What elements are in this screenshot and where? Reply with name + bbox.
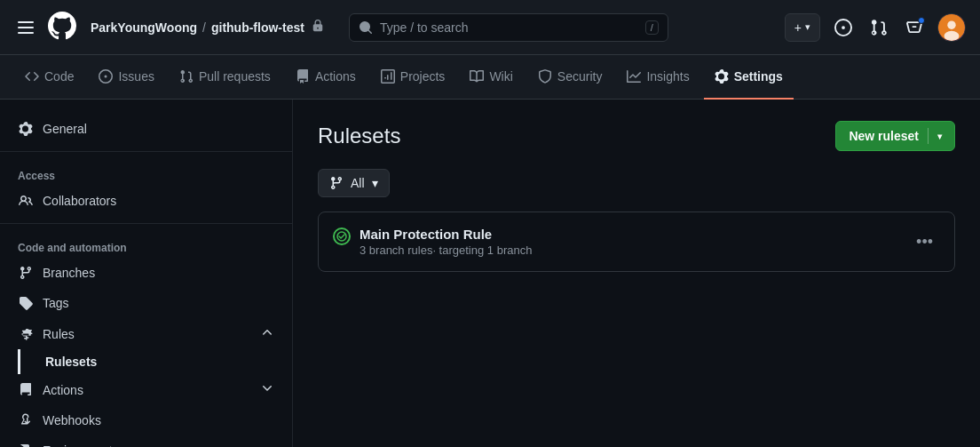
sidebar-item-webhooks-label: Webhooks (43, 413, 101, 427)
new-ruleset-button-label: New ruleset (849, 129, 919, 143)
tag-icon (18, 295, 34, 311)
tab-pullrequests[interactable]: Pull requests (169, 55, 281, 100)
page-title: Rulesets (318, 124, 400, 148)
tab-insights[interactable]: Insights (616, 55, 699, 100)
sidebar-item-rules[interactable]: Rules (0, 318, 292, 349)
sidebar-item-rules-label: Rules (43, 327, 75, 341)
actions-expandable-left: Actions (18, 382, 83, 398)
main-layout: General Access Collaborators Code and au… (0, 100, 980, 447)
pullreq-nav-icon[interactable] (866, 15, 891, 40)
tab-projects[interactable]: Projects (370, 55, 456, 100)
search-shortcut: / (645, 20, 659, 35)
divider-2 (0, 223, 292, 224)
search-placeholder: Type / to search (380, 20, 469, 35)
new-ruleset-button[interactable]: New ruleset ▾ (835, 121, 955, 151)
ruleset-name: Main Protection Rule (360, 227, 532, 242)
all-filter-label: All (351, 176, 365, 190)
actions-icon (18, 382, 34, 398)
sidebar-section-access: Access (0, 159, 292, 186)
filter-bar: All ▾ (318, 169, 955, 197)
chevron-down-icon (260, 381, 274, 398)
ruleset-card-left: Main Protection Rule 3 branch rules· tar… (333, 227, 532, 257)
all-filter-caret: ▾ (372, 176, 378, 190)
branch-icon (18, 265, 34, 281)
tab-projects-label: Projects (400, 69, 446, 84)
breadcrumb: ParkYoungWoong / github-flow-test (91, 20, 324, 35)
inbox-dot (918, 17, 925, 24)
new-ruleset-btn-sep (928, 128, 929, 144)
sidebar-item-general[interactable]: General (0, 114, 292, 144)
sidebar-item-general-label: General (43, 122, 87, 136)
tab-issues[interactable]: Issues (88, 55, 164, 100)
svg-point-5 (944, 30, 960, 40)
sidebar-item-environments-label: Environments (43, 443, 119, 447)
sidebar-section-code: Code and automation (0, 231, 292, 258)
avatar[interactable] (937, 13, 966, 42)
breadcrumb-sep: / (202, 20, 206, 35)
sidebar-item-tags-label: Tags (43, 296, 69, 310)
new-button-caret: ▾ (805, 21, 810, 33)
nav-actions: + ▾ (785, 13, 966, 42)
tab-settings-label: Settings (734, 69, 783, 84)
sidebar: General Access Collaborators Code and au… (0, 100, 293, 447)
rules-icon (18, 326, 34, 342)
inbox-nav-icon[interactable] (902, 15, 927, 40)
tab-security[interactable]: Security (527, 55, 613, 100)
sidebar-item-environments[interactable]: Environments (0, 435, 292, 447)
webhook-icon (18, 412, 34, 428)
issues-nav-icon[interactable] (831, 15, 856, 40)
sidebar-subitem-rulesets[interactable]: Rulesets (18, 349, 292, 374)
svg-point-4 (947, 20, 955, 28)
rules-expandable-left: Rules (18, 326, 75, 342)
svg-rect-1 (18, 27, 34, 28)
main-content: Rulesets New ruleset ▾ All ▾ (293, 100, 980, 447)
svg-rect-2 (18, 32, 34, 34)
tab-actions-label: Actions (315, 69, 356, 84)
ruleset-card[interactable]: Main Protection Rule 3 branch rules· tar… (318, 212, 955, 272)
sidebar-item-tags[interactable]: Tags (0, 288, 292, 318)
new-button[interactable]: + ▾ (785, 13, 820, 42)
new-button-label: + (794, 20, 802, 35)
sidebar-item-collaborators-label: Collaborators (43, 194, 116, 208)
tab-wiki-label: Wiki (489, 69, 512, 84)
all-filter-dropdown[interactable]: All ▾ (318, 169, 390, 197)
tab-actions[interactable]: Actions (285, 55, 367, 100)
svg-rect-0 (18, 21, 34, 23)
sidebar-subitem-rulesets-label: Rulesets (45, 355, 97, 369)
people-icon (18, 193, 34, 209)
ruleset-more-button[interactable]: ••• (909, 230, 940, 253)
new-ruleset-btn-caret: ▾ (937, 132, 942, 141)
gear-icon (18, 121, 34, 137)
environments-icon (18, 443, 34, 447)
rules-subitems: Rulesets (0, 349, 292, 374)
github-logo[interactable] (48, 12, 76, 43)
hamburger-menu[interactable] (14, 16, 37, 39)
repo-name[interactable]: github-flow-test (211, 20, 304, 35)
tab-settings[interactable]: Settings (704, 55, 794, 100)
sidebar-item-branches[interactable]: Branches (0, 258, 292, 288)
repo-nav: Code Issues Pull requests Actions Projec… (0, 55, 980, 100)
tab-code-label: Code (44, 69, 74, 84)
tab-code[interactable]: Code (14, 55, 84, 100)
username[interactable]: ParkYoungWoong (91, 20, 197, 35)
divider-1 (0, 151, 292, 152)
rulesets-subitem-container: Rulesets (18, 349, 292, 374)
tab-security-label: Security (557, 69, 603, 84)
top-nav: ParkYoungWoong / github-flow-test Type /… (0, 0, 980, 55)
search-bar[interactable]: Type / to search / (349, 13, 668, 42)
sidebar-item-webhooks[interactable]: Webhooks (0, 405, 292, 435)
sidebar-item-collaborators[interactable]: Collaborators (0, 186, 292, 216)
lock-icon (312, 20, 324, 35)
sidebar-item-branches-label: Branches (43, 266, 95, 280)
sidebar-item-actions[interactable]: Actions (0, 374, 292, 405)
tab-insights-label: Insights (646, 69, 689, 84)
content-header: Rulesets New ruleset ▾ (318, 121, 955, 151)
chevron-up-icon (260, 325, 274, 342)
sidebar-item-actions-label: Actions (43, 383, 83, 397)
ruleset-info: Main Protection Rule 3 branch rules· tar… (360, 227, 532, 257)
ruleset-status-icon (333, 227, 351, 245)
tab-pullrequests-label: Pull requests (199, 69, 271, 84)
tab-issues-label: Issues (118, 69, 154, 84)
tab-wiki[interactable]: Wiki (459, 55, 523, 100)
ruleset-meta: 3 branch rules· targeting 1 branch (360, 243, 532, 257)
